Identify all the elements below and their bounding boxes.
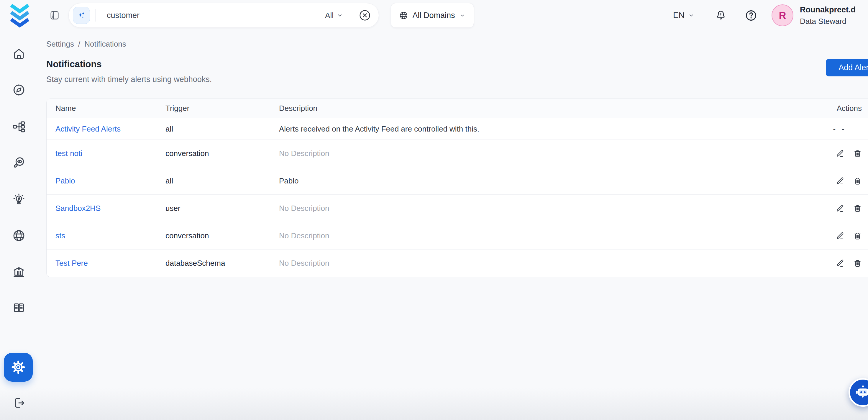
delete-button[interactable]: [853, 232, 862, 240]
flow-tree-icon: [12, 120, 26, 133]
language-switcher[interactable]: EN: [673, 0, 694, 31]
chevron-down-icon: [337, 12, 343, 19]
sidebar-item-explore[interactable]: [12, 83, 26, 97]
all-domains-label: All Domains: [412, 11, 455, 20]
global-search-bar: All: [68, 3, 379, 28]
trash-icon: [853, 177, 862, 185]
divider: [351, 9, 351, 22]
trash-icon: [853, 232, 862, 240]
alert-name-link[interactable]: Sandbox2HS: [56, 204, 100, 213]
sidebar-item-settings-active[interactable]: [4, 353, 33, 382]
cell-trigger: conversation: [165, 231, 209, 240]
table-row: Sandbox2HS user No Description: [46, 195, 868, 222]
delete-button[interactable]: [853, 177, 862, 185]
globe-icon: [399, 11, 408, 20]
cell-trigger: all: [165, 176, 173, 185]
compass-icon: [12, 83, 26, 97]
trash-icon: [853, 149, 862, 158]
table-header-row: Name Trigger Description Actions: [46, 99, 868, 118]
alert-name-link[interactable]: Activity Feed Alerts: [56, 124, 121, 133]
breadcrumb-settings[interactable]: Settings: [46, 39, 74, 49]
table-row: Activity Feed Alerts all Alerts received…: [46, 118, 868, 140]
chevron-down-icon: [459, 12, 466, 19]
sidebar-item-observability[interactable]: [12, 156, 26, 169]
sidebar-item-lineage[interactable]: [12, 120, 26, 133]
user-avatar[interactable]: R: [772, 4, 794, 26]
ai-search-button[interactable]: [73, 7, 90, 24]
breadcrumb: Settings / Notifications: [46, 39, 126, 49]
edit-button[interactable]: [836, 204, 844, 213]
bottom-gradient: [0, 388, 868, 420]
edit-button[interactable]: [836, 149, 844, 158]
cell-description: No Description: [279, 259, 330, 268]
breadcrumb-notifications: Notifications: [84, 39, 126, 49]
sidebar-toggle-button[interactable]: [50, 10, 60, 20]
user-role: Data Steward: [800, 16, 856, 27]
notifications-bell-button[interactable]: [715, 0, 727, 31]
cell-description: Alerts received on the Activity Feed are…: [279, 124, 479, 133]
alert-name-link[interactable]: Pablo: [56, 176, 75, 185]
pencil-icon: [836, 204, 844, 213]
page-subtitle: Stay current with timely alerts using we…: [46, 75, 212, 84]
delete-button[interactable]: [853, 259, 862, 268]
alert-name-link[interactable]: test noti: [56, 149, 82, 158]
notifications-table: Name Trigger Description Actions Activit…: [46, 98, 868, 277]
logout-icon: [12, 396, 26, 410]
edit-button[interactable]: [836, 232, 844, 240]
search-eye-icon: [12, 156, 26, 169]
avatar-initial: R: [779, 10, 786, 21]
pencil-icon: [836, 232, 844, 240]
bank-icon: [12, 265, 26, 279]
trash-icon: [853, 204, 862, 213]
app-screen: All All Domains EN: [0, 0, 868, 420]
panel-icon: [50, 10, 60, 20]
chevron-down-icon: [688, 12, 694, 19]
sidebar-item-govern[interactable]: [12, 265, 26, 279]
breadcrumb-separator: /: [78, 39, 80, 49]
circle-x-icon: [359, 9, 371, 22]
cell-description: No Description: [279, 149, 330, 158]
user-menu[interactable]: Rounakpreet.d Data Steward: [800, 4, 856, 27]
question-circle-icon: [745, 9, 757, 22]
divider: [95, 9, 96, 22]
cell-description: Pablo: [279, 176, 299, 185]
no-actions-placeholder: - -: [833, 124, 846, 133]
column-header-actions: Actions: [785, 104, 868, 113]
sidebar: [0, 31, 38, 420]
help-button[interactable]: [745, 0, 757, 31]
layers-logo-icon: [8, 2, 32, 29]
sidebar-item-insights[interactable]: [12, 193, 26, 206]
cell-description: No Description: [279, 231, 330, 240]
alert-name-link[interactable]: sts: [56, 231, 65, 240]
collate-logo[interactable]: [8, 2, 32, 29]
all-domains-dropdown[interactable]: All Domains: [391, 3, 474, 28]
pencil-icon: [836, 149, 844, 158]
bell-alert-icon: [715, 9, 727, 21]
edit-button[interactable]: [836, 259, 844, 268]
open-book-icon: [12, 301, 26, 315]
add-alert-button[interactable]: Add Alert: [826, 59, 868, 77]
delete-button[interactable]: [853, 149, 862, 158]
sidebar-item-home[interactable]: [12, 47, 26, 61]
column-header-trigger: Trigger: [157, 104, 270, 113]
settings-gear-icon: [11, 360, 26, 375]
clear-search-button[interactable]: [359, 9, 371, 22]
alert-name-link[interactable]: Test Pere: [56, 259, 88, 268]
sparkles-icon: [77, 11, 86, 20]
cell-trigger: databaseSchema: [165, 259, 225, 268]
delete-button[interactable]: [853, 204, 862, 213]
pencil-icon: [836, 259, 844, 268]
sidebar-item-domains[interactable]: [12, 229, 26, 242]
user-name: Rounakpreet.d: [800, 4, 856, 16]
trash-icon: [853, 259, 862, 268]
table-row: test noti conversation No Description: [46, 140, 868, 167]
topbar: All All Domains EN: [0, 0, 868, 31]
sidebar-item-logout[interactable]: [12, 396, 26, 410]
edit-button[interactable]: [836, 177, 844, 185]
cell-trigger: all: [165, 124, 173, 133]
sidebar-item-glossary[interactable]: [12, 301, 26, 315]
search-scope-dropdown[interactable]: All: [325, 11, 343, 20]
language-label: EN: [673, 11, 685, 20]
search-input[interactable]: [107, 11, 325, 20]
table-row: Pablo all Pablo: [46, 167, 868, 195]
